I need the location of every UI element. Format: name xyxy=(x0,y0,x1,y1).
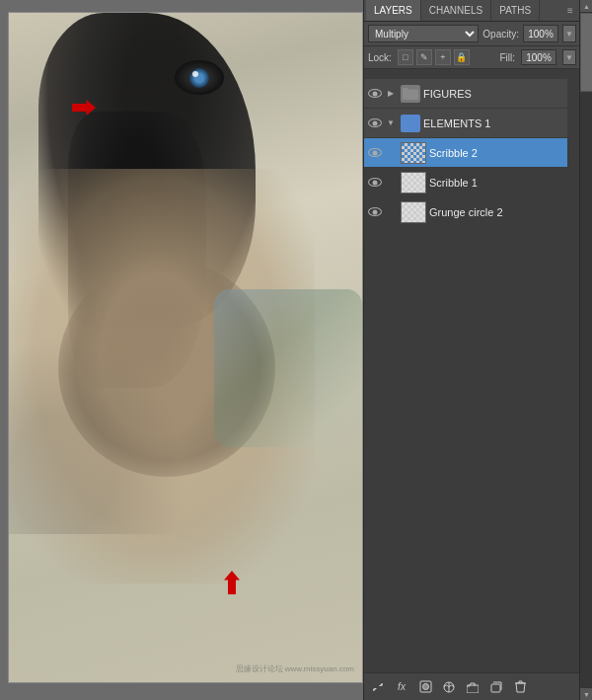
layer-figures-visibility[interactable] xyxy=(366,85,384,103)
blend-mode-row: Multiply Normal Screen Overlay Opacity: … xyxy=(364,22,580,46)
bottom-toolbar: fx xyxy=(364,672,580,700)
opacity-label: Opacity: xyxy=(482,29,519,39)
fill-value[interactable]: 100% xyxy=(521,49,556,65)
lock-icons: □ ✎ + 🔒 xyxy=(398,49,470,65)
layer-figures[interactable]: ▶ FIGURES xyxy=(364,79,567,109)
layer-scribble1-thumb xyxy=(401,172,426,194)
tab-layers[interactable]: LAYERS xyxy=(366,0,421,21)
layer-scribble2[interactable]: Scribble 2 xyxy=(364,138,567,168)
adjustment-layer-btn[interactable] xyxy=(439,677,459,697)
main-wrapper: 思缘设计论坛 www.missyuan.com LAYERS CHANNELS … xyxy=(0,0,592,700)
eye-orb xyxy=(175,60,224,95)
scroll-down-btn[interactable]: ▼ xyxy=(580,687,592,700)
tab-channels[interactable]: CHANNELS xyxy=(421,0,491,21)
lock-paint-btn[interactable]: ✎ xyxy=(416,49,432,65)
visibility-eye-icon-5 xyxy=(368,207,382,216)
layer-elements1-expand[interactable]: ▼ xyxy=(384,117,398,130)
visibility-eye-icon xyxy=(368,89,382,98)
layer-grunge-thumb xyxy=(401,201,426,223)
layer-scribble1-visibility[interactable] xyxy=(366,174,384,192)
layer-figures-expand[interactable]: ▶ xyxy=(384,87,398,101)
layer-scribble2-thumb xyxy=(401,142,426,164)
layer-figures-folder-icon xyxy=(401,85,420,103)
scroll-up-btn[interactable]: ▲ xyxy=(580,0,592,13)
panel-inner: LAYERS CHANNELS PATHS ≡ Multiply Normal … xyxy=(364,0,580,700)
delete-layer-btn[interactable] xyxy=(510,677,530,697)
layer-grunge-name: Grunge circle 2 xyxy=(429,206,565,218)
layer-figures-name: FIGURES xyxy=(423,88,565,100)
layer-elements1-visibility[interactable] xyxy=(366,115,384,132)
fill-arrow[interactable]: ▼ xyxy=(562,49,576,65)
layers-panel: LAYERS CHANNELS PATHS ≡ Multiply Normal … xyxy=(363,0,592,700)
layer-scribble2-name: Scribble 2 xyxy=(429,147,565,159)
layers-container: ▶ FIGURES ▼ xyxy=(364,79,567,672)
floral-sketch xyxy=(9,337,186,534)
add-mask-btn[interactable] xyxy=(415,677,435,697)
lock-position-btn[interactable]: + xyxy=(435,49,451,65)
visibility-eye-icon-3 xyxy=(368,148,382,157)
layer-elements1[interactable]: ▼ ELEMENTS 1 xyxy=(364,109,567,138)
svg-point-1 xyxy=(422,684,428,690)
layer-elements1-name: ELEMENTS 1 xyxy=(423,117,565,129)
layer-scribble1[interactable]: Scribble 1 xyxy=(364,168,567,197)
visibility-eye-icon-4 xyxy=(368,178,382,187)
mountain-watercolor xyxy=(214,289,362,447)
new-layer-btn[interactable] xyxy=(486,677,506,697)
opacity-value[interactable]: 100% xyxy=(523,25,558,42)
scroll-thumb[interactable] xyxy=(580,13,592,92)
layer-elements1-folder-icon xyxy=(401,115,420,132)
lock-row: Lock: □ ✎ + 🔒 Fill: 100% ▼ xyxy=(364,46,580,69)
layer-grunge-visibility[interactable] xyxy=(366,203,384,221)
lock-label: Lock: xyxy=(368,52,392,63)
layer-scribble1-name: Scribble 1 xyxy=(429,177,565,189)
layer-scribble2-visibility[interactable] xyxy=(366,144,384,162)
tab-paths[interactable]: PATHS xyxy=(491,0,540,21)
panel-menu-button[interactable]: ≡ xyxy=(562,3,578,19)
tabs-row: LAYERS CHANNELS PATHS ≡ xyxy=(364,0,580,22)
group-layers-btn[interactable] xyxy=(463,677,482,697)
canvas-frame: 思缘设计论坛 www.missyuan.com xyxy=(8,12,363,683)
link-layers-btn[interactable] xyxy=(368,677,388,697)
lock-all-btn[interactable]: 🔒 xyxy=(454,49,470,65)
fill-label: Fill: xyxy=(499,52,515,63)
scrollbar-track: ▲ ▼ xyxy=(579,0,592,700)
visibility-eye-icon-2 xyxy=(368,118,382,127)
eye-pupil xyxy=(189,68,209,88)
fx-btn[interactable]: fx xyxy=(392,677,411,697)
svg-rect-4 xyxy=(491,684,500,692)
blend-mode-select[interactable]: Multiply Normal Screen Overlay xyxy=(368,25,479,42)
layer-grunge-circle2[interactable]: Grunge circle 2 xyxy=(364,197,567,227)
watermark: 思缘设计论坛 www.missyuan.com xyxy=(236,663,354,674)
lock-transparency-btn[interactable]: □ xyxy=(398,49,413,65)
opacity-arrow[interactable]: ▼ xyxy=(562,25,576,42)
